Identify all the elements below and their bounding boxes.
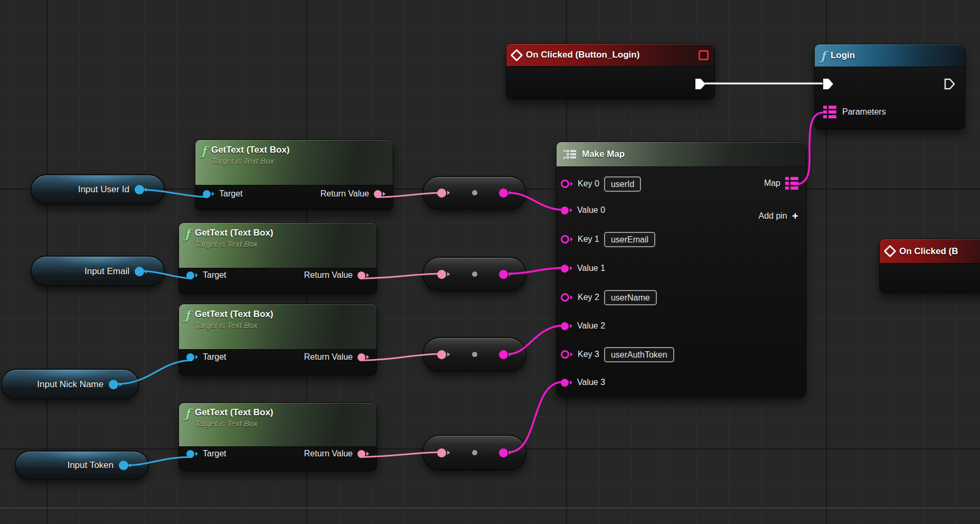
- return-value-label: Return Value: [304, 449, 353, 458]
- target-label: Target: [203, 352, 226, 362]
- value3-pin-row[interactable]: Value 3: [561, 374, 605, 391]
- key2-value-field[interactable]: userName: [604, 290, 657, 305]
- gettext-title: GetText (Text Box): [195, 228, 274, 238]
- function-icon: ƒ: [185, 407, 190, 419]
- gettext-title: GetText (Text Box): [195, 407, 274, 418]
- key3-value-field[interactable]: userAuthToken: [604, 347, 674, 362]
- return-value-pin-row[interactable]: Return Value: [321, 189, 385, 199]
- parameters-pin-label: Parameters: [842, 107, 886, 117]
- function-icon: ƒ: [201, 145, 206, 157]
- make-map-header: Make Map: [557, 142, 806, 166]
- return-value-pin-row[interactable]: Return Value: [304, 352, 369, 362]
- key1-pin-row[interactable]: Key 1 userEmail: [561, 231, 655, 248]
- return-value-pin-row[interactable]: Return Value: [304, 449, 369, 458]
- key1-pin[interactable]: [561, 235, 573, 244]
- event-node-header: On Clicked (Button_Login): [506, 44, 714, 66]
- event-diamond-icon: [883, 245, 896, 257]
- target-pin-row[interactable]: Target: [186, 449, 226, 458]
- function-node-login[interactable]: ƒ Login Parameters: [814, 44, 965, 129]
- conversion-dot-icon: [472, 450, 477, 455]
- target-pin-row[interactable]: Target: [186, 352, 226, 362]
- value1-pin-row[interactable]: Value 1: [561, 260, 605, 277]
- conversion-dot-icon: [472, 272, 477, 277]
- value1-label: Value 1: [577, 264, 605, 273]
- gettext-subtitle: Target is Text Box: [195, 239, 274, 248]
- map-output-label: Map: [764, 179, 780, 188]
- return-value-pin-row[interactable]: Return Value: [304, 270, 369, 280]
- gettext-node-4[interactable]: ƒ GetText (Text Box) Target is Text Box …: [178, 403, 377, 471]
- function-icon: ƒ: [821, 50, 826, 62]
- gettext-node-2[interactable]: ƒ GetText (Text Box) Target is Text Box …: [178, 222, 377, 294]
- plus-icon: +: [792, 210, 798, 221]
- exec-arrow-icon: [822, 78, 835, 90]
- variable-label: Input Email: [84, 266, 129, 277]
- variable-label: Input Token: [67, 460, 114, 471]
- add-pin-label: Add pin: [758, 211, 787, 221]
- target-pin-row[interactable]: Target: [186, 270, 226, 280]
- gettext-node-1[interactable]: ƒ GetText (Text Box) Target is Text Box …: [195, 139, 393, 210]
- map-output-pin-row[interactable]: Map: [764, 177, 798, 190]
- conversion-input-pin[interactable]: [437, 448, 450, 457]
- key1-label: Key 1: [578, 235, 599, 244]
- value0-label: Value 0: [577, 205, 605, 215]
- value0-pin-row[interactable]: Value 0: [561, 202, 605, 219]
- gettext-header: ƒ GetText (Text Box) Target is Text Box: [179, 223, 376, 268]
- gettext-title: GetText (Text Box): [195, 309, 274, 320]
- conversion-input-pin[interactable]: [437, 270, 450, 279]
- exec-arrow-icon: [944, 78, 956, 90]
- make-map-icon: [562, 148, 577, 160]
- value3-label: Value 3: [577, 378, 605, 387]
- target-pin-row[interactable]: Target: [203, 189, 242, 199]
- gettext-header: ƒ GetText (Text Box) Target is Text Box: [179, 304, 376, 349]
- exec-output-pin[interactable]: [944, 78, 956, 90]
- key2-pin[interactable]: [561, 293, 573, 302]
- exec-input-pin[interactable]: [822, 78, 835, 90]
- key2-label: Key 2: [578, 293, 599, 302]
- target-label: Target: [203, 449, 226, 458]
- return-value-label: Return Value: [304, 270, 353, 280]
- variable-label: Input Nick Name: [37, 379, 103, 390]
- gettext-subtitle: Target is Text Box: [211, 156, 290, 165]
- event-node-title: On Clicked (B: [899, 246, 958, 257]
- key0-pin[interactable]: [561, 180, 573, 188]
- key1-value-field[interactable]: userEmail: [604, 232, 655, 247]
- target-label: Target: [203, 270, 226, 280]
- conversion-dot-icon: [472, 190, 477, 195]
- gettext-header: ƒ GetText (Text Box) Target is Text Box: [179, 403, 376, 446]
- event-node-on-clicked-button-login[interactable]: On Clicked (Button_Login): [506, 43, 715, 99]
- login-node-title: Login: [831, 50, 855, 61]
- event-diamond-icon: [510, 49, 523, 61]
- key3-pin-row[interactable]: Key 3 userAuthToken: [561, 346, 674, 363]
- make-map-title: Make Map: [582, 149, 625, 160]
- return-value-label: Return Value: [304, 352, 353, 362]
- map-output-pin-icon[interactable]: [785, 177, 798, 190]
- delegate-pin[interactable]: [699, 50, 709, 60]
- conversion-input-pin[interactable]: [437, 350, 450, 359]
- gettext-header: ƒ GetText (Text Box) Target is Text Box: [195, 140, 393, 185]
- login-node-header: ƒ Login: [815, 44, 965, 67]
- function-icon: ƒ: [185, 228, 190, 240]
- conversion-dot-icon: [472, 352, 477, 357]
- add-pin-row[interactable]: Add pin +: [758, 210, 798, 221]
- event-node-title: On Clicked (Button_Login): [526, 50, 639, 60]
- event-node-on-clicked-partial[interactable]: On Clicked (B: [879, 239, 980, 293]
- target-label: Target: [219, 189, 242, 199]
- parameters-pin-row[interactable]: Parameters: [823, 106, 886, 118]
- gettext-node-3[interactable]: ƒ GetText (Text Box) Target is Text Box …: [178, 304, 377, 376]
- key2-pin-row[interactable]: Key 2 userName: [561, 289, 657, 306]
- variable-label: Input User Id: [78, 184, 129, 195]
- value2-label: Value 2: [577, 321, 605, 331]
- gettext-title: GetText (Text Box): [211, 145, 290, 155]
- value2-pin-row[interactable]: Value 2: [561, 317, 605, 334]
- key3-label: Key 3: [578, 350, 599, 359]
- key3-pin[interactable]: [561, 350, 573, 359]
- blueprint-graph-canvas[interactable]: { "canvas": { "background_color": "#2727…: [0, 0, 980, 524]
- gettext-subtitle: Target is Text Box: [195, 321, 274, 330]
- conversion-input-pin[interactable]: [437, 189, 450, 198]
- make-map-node[interactable]: Make Map Key 0 userId Value 0 Key 1 user…: [556, 142, 806, 397]
- key0-value-field[interactable]: userId: [604, 176, 641, 192]
- event-node-header: On Clicked (B: [880, 239, 980, 263]
- key0-label: Key 0: [578, 179, 599, 189]
- key0-pin-row[interactable]: Key 0 userId: [561, 175, 641, 192]
- return-value-label: Return Value: [321, 189, 369, 199]
